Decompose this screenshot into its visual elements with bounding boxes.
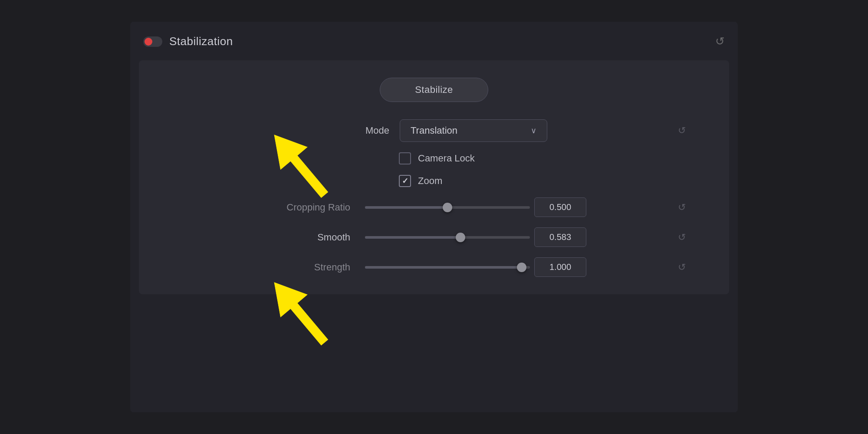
smooth-slider[interactable] bbox=[365, 236, 530, 239]
panel-title: Stabilization bbox=[169, 35, 233, 48]
mode-dropdown[interactable]: Translation ∨ bbox=[400, 119, 547, 142]
cropping-ratio-slider[interactable] bbox=[365, 206, 530, 209]
mode-row-content: Mode Translation ∨ bbox=[182, 119, 669, 142]
camera-lock-row: Camera Lock bbox=[182, 152, 686, 164]
strength-content: Strength 1.000 bbox=[182, 257, 669, 277]
strength-value[interactable]: 1.000 bbox=[534, 257, 586, 277]
smooth-label: Smooth bbox=[265, 232, 361, 243]
strength-slider[interactable] bbox=[365, 266, 530, 269]
camera-lock-label: Camera Lock bbox=[418, 153, 475, 164]
cropping-ratio-value[interactable]: 0.500 bbox=[534, 197, 586, 217]
enable-toggle[interactable] bbox=[143, 36, 162, 47]
zoom-content: Zoom bbox=[182, 175, 667, 187]
zoom-checkbox-row: Zoom bbox=[399, 175, 546, 187]
smooth-value[interactable]: 0.583 bbox=[534, 227, 586, 247]
zoom-checkbox[interactable] bbox=[399, 175, 411, 187]
smooth-content: Smooth 0.583 bbox=[182, 227, 669, 247]
strength-row: Strength 1.000 ↺ bbox=[182, 257, 686, 277]
zoom-row: Zoom bbox=[182, 175, 686, 187]
cropping-ratio-content: Cropping Ratio 0.500 bbox=[182, 197, 669, 217]
mode-label: Mode bbox=[304, 125, 400, 136]
stabilization-panel: Stabilization ↺ Stabilize Mode Translati… bbox=[130, 22, 738, 412]
camera-lock-checkbox-row: Camera Lock bbox=[399, 152, 546, 164]
mode-row: Mode Translation ∨ ↺ bbox=[182, 119, 686, 142]
smooth-row: Smooth 0.583 ↺ bbox=[182, 227, 686, 247]
smooth-reset-icon[interactable]: ↺ bbox=[678, 232, 686, 243]
mode-value: Translation bbox=[411, 125, 457, 136]
top-reset-icon[interactable]: ↺ bbox=[715, 35, 725, 48]
strength-thumb[interactable] bbox=[517, 263, 526, 272]
camera-lock-checkbox[interactable] bbox=[399, 152, 411, 164]
camera-lock-content: Camera Lock bbox=[182, 152, 667, 164]
panel-content: Stabilize Mode Translation ∨ ↺ bbox=[139, 60, 729, 294]
zoom-label: Zoom bbox=[418, 175, 442, 187]
smooth-thumb[interactable] bbox=[456, 233, 465, 242]
smooth-fill bbox=[365, 236, 460, 239]
cropping-ratio-fill bbox=[365, 206, 447, 209]
stabilize-button[interactable]: Stabilize bbox=[380, 78, 488, 102]
strength-reset-icon[interactable]: ↺ bbox=[678, 262, 686, 273]
cropping-ratio-label: Cropping Ratio bbox=[265, 202, 361, 213]
cropping-ratio-thumb[interactable] bbox=[443, 203, 452, 212]
cropping-ratio-row: Cropping Ratio 0.500 ↺ bbox=[182, 197, 686, 217]
panel-header: Stabilization ↺ bbox=[139, 35, 729, 48]
controls-grid: Mode Translation ∨ ↺ Camera Lock bbox=[165, 119, 703, 277]
mode-reset-icon[interactable]: ↺ bbox=[678, 125, 686, 136]
chevron-down-icon: ∨ bbox=[531, 126, 536, 135]
strength-fill bbox=[365, 266, 522, 269]
header-left: Stabilization bbox=[143, 35, 233, 48]
cropping-ratio-reset-icon[interactable]: ↺ bbox=[678, 202, 686, 213]
strength-label: Strength bbox=[265, 262, 361, 273]
